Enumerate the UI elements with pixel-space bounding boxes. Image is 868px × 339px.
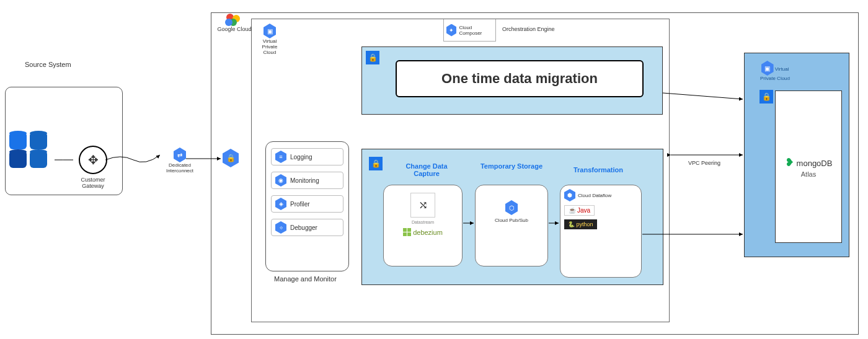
gateway-label: Customer Gateway — [81, 177, 105, 189]
profiler-icon: ◈ — [275, 198, 286, 210]
streaming-lock-icon: 🔒 — [365, 153, 386, 174]
pubsub-icon: ⬡ — [505, 200, 518, 215]
vpc-label-block: ▣ Virtual Private Cloud — [257, 24, 282, 55]
transformation-title: Transformation — [564, 166, 632, 174]
vpc-label: Virtual Private Cloud — [262, 38, 278, 55]
interconnect-label: Dedicated Interconnect — [161, 162, 198, 174]
gcp-logo-icon — [225, 14, 244, 26]
debezium-logo: debezium — [389, 228, 457, 236]
debugger-item: ⟐Debugger — [271, 219, 343, 236]
composer-label: Cloud Composer — [459, 25, 493, 36]
pubsub-card: ⬡ Cloud Pub/Sub — [475, 185, 548, 266]
lock-icon: 🔒 — [366, 51, 379, 64]
interconnect-icon: ⇄ — [174, 147, 186, 162]
composer-icon: ✦ — [446, 24, 456, 37]
atlas-label: Atlas — [801, 170, 816, 178]
dedicated-interconnect: ⇄ Dedicated Interconnect — [161, 147, 198, 174]
vpc-icon: ▣ — [264, 24, 276, 38]
source-system-label: Source System — [25, 61, 71, 68]
manage-monitor-label: Manage and Monitor — [274, 275, 337, 283]
db-icon-4 — [30, 152, 47, 168]
monitoring-item: ◉Monitoring — [271, 172, 343, 189]
mongodb-logo: ❥mongoDB — [785, 156, 833, 169]
monitoring-icon: ◉ — [275, 174, 286, 187]
debugger-icon: ⟐ — [275, 221, 286, 234]
cdc-title: Change Data Capture — [392, 162, 461, 177]
customer-gateway: ✥ Customer Gateway — [74, 146, 112, 189]
transform-card: ⬢ Cloud Dataflow Java 🐍 python — [560, 185, 642, 278]
target-vpc-icon: ▣ — [761, 61, 774, 76]
temp-storage-title: Temporary Storage — [477, 162, 546, 170]
pubsub-label: Cloud Pub/Sub — [482, 218, 541, 223]
one-time-migration-headline: One time data migration — [396, 60, 644, 97]
logging-item: ≡Logging — [271, 148, 343, 165]
network-lock-icon: 🔒 — [223, 149, 239, 167]
cloud-composer-tab: ✦ Cloud Composer — [443, 19, 496, 42]
orchestration-label: Orchestration Engine — [502, 26, 555, 32]
leaf-icon: ❥ — [785, 156, 794, 169]
datastream-icon: ⤭ — [410, 193, 435, 218]
datastream-label: Datastream — [389, 220, 457, 224]
sql-icon — [30, 133, 47, 149]
java-badge: Java — [564, 205, 595, 216]
python-badge: 🐍 python — [564, 219, 597, 229]
db-icon-3 — [9, 152, 27, 168]
mongodb-atlas-box: ❥mongoDB Atlas — [775, 90, 842, 243]
profiler-item: ◈Profiler — [271, 195, 343, 213]
google-cloud-logo: Google Cloud — [216, 14, 253, 32]
dataflow-row: ⬢ Cloud Dataflow — [564, 189, 637, 201]
gateway-icon: ✥ — [79, 146, 107, 174]
source-db-icons — [9, 133, 52, 170]
dataflow-icon: ⬢ — [564, 189, 575, 201]
cdc-card: ⤭ Datastream debezium — [383, 185, 463, 266]
vpc-peering-label: VPC Peering — [688, 160, 720, 166]
logging-icon: ≡ — [275, 151, 286, 163]
mysql-icon — [9, 133, 27, 149]
target-vpc-label-block: ▣ Virtual Private Cloud — [760, 61, 790, 81]
manage-monitor-panel: ≡Logging ◉Monitoring ◈Profiler ⟐Debugger — [265, 141, 349, 271]
architecture-diagram: Source System ✥ Customer Gateway ⇄ Dedic… — [0, 0, 868, 339]
target-lock-icon: 🔒 — [756, 86, 777, 107]
